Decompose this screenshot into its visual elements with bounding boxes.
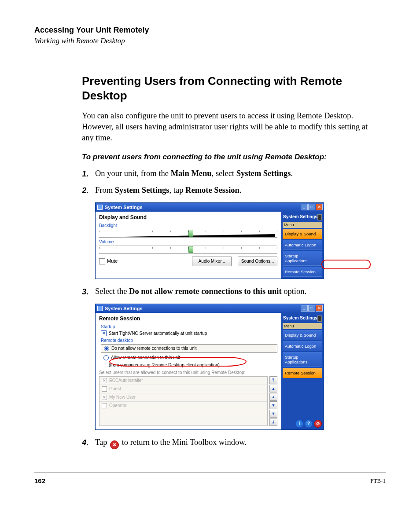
panel-title: Display and Sound xyxy=(99,214,277,220)
step-2-text-d: Remote Session xyxy=(185,186,239,194)
step-3-text-b: Do not allow remote connections to this … xyxy=(129,287,282,296)
screenshot-display-sound: System Settings _ □ ✕ Display and Sound … xyxy=(95,202,371,279)
step-1-text-d: System Settings xyxy=(236,169,291,178)
radio-allow-hint: (from computer using Remote Desktop clie… xyxy=(109,363,277,367)
user-name: Operator xyxy=(109,403,126,408)
move-top-button[interactable]: ⤒ xyxy=(269,376,277,384)
step-2-text-b: System Settings xyxy=(115,186,169,194)
step-3: 3. Select the Do not allow remote connec… xyxy=(82,286,371,297)
sidebar-item-startup-applications[interactable]: Startup Applications xyxy=(283,251,322,266)
backlight-slider[interactable] xyxy=(99,229,277,238)
step-1: 1. On your unit, from the Main Menu, sel… xyxy=(82,168,371,180)
step-2-text-a: From xyxy=(95,186,115,194)
step-1-text-a: On your unit, from the xyxy=(95,169,171,178)
section-title: Preventing Users from Connecting with Re… xyxy=(82,74,371,103)
highlight-remote-session xyxy=(321,260,371,269)
move-down2-button[interactable]: ▼ xyxy=(269,410,277,418)
user-name: My New User xyxy=(109,395,136,400)
radio-allow[interactable] xyxy=(103,355,109,360)
step-2-number: 2. xyxy=(82,185,95,196)
user-checkbox[interactable]: ✕ xyxy=(102,378,107,383)
step-4: 4. Tap to return to the Mini Toolbox win… xyxy=(82,437,371,449)
radio-do-not-allow[interactable] xyxy=(104,346,109,351)
sidebar-title: System Settings xyxy=(283,315,322,322)
sidebar-item-remote-session[interactable]: Remote Session xyxy=(283,267,322,277)
battery-icon xyxy=(317,316,322,322)
mute-checkbox[interactable] xyxy=(99,258,105,264)
sidebar-menu-label: Menu xyxy=(283,222,322,228)
users-note: Select users that are allowed to connect… xyxy=(99,370,277,375)
user-checkbox[interactable] xyxy=(102,386,107,392)
step-1-number: 1. xyxy=(82,168,95,180)
step-3-text-a: Select the xyxy=(95,287,129,296)
minimize-button[interactable]: _ xyxy=(301,305,308,312)
sidebar-item-startup-applications[interactable]: Startup Applications xyxy=(283,352,322,367)
close-icon[interactable]: ⊘ xyxy=(314,420,322,428)
instruction-heading: To prevent users from connecting to the … xyxy=(82,152,371,162)
startup-legend: Startup xyxy=(101,324,277,329)
page-header-title: Accessing Your Unit Remotely xyxy=(34,26,149,35)
battery-icon xyxy=(317,214,322,220)
step-4-text-a: Tap xyxy=(95,438,109,447)
audio-mixer-button[interactable]: Audio Mixer... xyxy=(192,257,232,266)
step-3-text-c: option. xyxy=(282,287,307,296)
volume-slider[interactable] xyxy=(99,245,277,254)
close-button[interactable]: ✕ xyxy=(316,204,323,210)
radio-do-not-allow-label: Do not allow remote connections to this … xyxy=(111,346,196,351)
screenshot-remote-session: System Settings _ □ ✕ Remote Session Sta… xyxy=(95,304,371,430)
footer-divider xyxy=(34,473,386,473)
step-1-text-b: Main Menu xyxy=(171,169,212,178)
user-name: ECCAutoInstaller xyxy=(109,378,143,383)
window-titlebar[interactable]: System Settings _ □ ✕ xyxy=(96,304,324,313)
volume-label: Volume xyxy=(99,239,277,244)
user-list-box: ✕ECCAutoInstaller Guest ✕My New User Ope… xyxy=(99,376,268,426)
svg-marker-0 xyxy=(99,234,275,237)
info-icon[interactable]: i xyxy=(295,420,303,428)
help-icon[interactable]: ? xyxy=(305,420,313,428)
sidebar-menu-label: Menu xyxy=(283,323,322,329)
sidebar-item-remote-session[interactable]: Remote Session xyxy=(283,368,322,378)
document-reference: FTB-1 xyxy=(370,477,386,484)
user-name: Guest xyxy=(109,386,121,391)
sidebar-item-automatic-logon[interactable]: Automatic Logon xyxy=(283,240,322,250)
window-icon xyxy=(97,306,103,311)
move-up2-button[interactable]: ▲ xyxy=(269,393,277,401)
step-2: 2. From System Settings, tap Remote Sess… xyxy=(82,185,371,196)
page-header-subtitle: Working with Remote Desktop xyxy=(34,37,149,45)
slider-thumb[interactable] xyxy=(188,230,193,237)
remote-desktop-legend: Remote desktop xyxy=(101,338,277,343)
step-1-text-e: . xyxy=(291,169,293,178)
step-1-text-c: , select xyxy=(212,169,236,178)
sidebar-item-display-sound[interactable]: Display & Sound xyxy=(283,229,322,239)
user-checkbox[interactable]: ✕ xyxy=(102,395,107,400)
radio-allow-label: Allow remote connection to this unit xyxy=(111,355,180,360)
window-icon xyxy=(97,205,103,210)
startup-checkbox[interactable]: ✕ xyxy=(101,330,107,336)
intro-paragraph: You can also configure the unit to preve… xyxy=(82,110,371,143)
backlight-label: Backlight xyxy=(99,223,277,228)
maximize-button[interactable]: □ xyxy=(308,305,315,312)
move-bottom-button[interactable]: ⤓ xyxy=(269,418,277,426)
sidebar-item-display-sound[interactable]: Display & Sound xyxy=(283,330,322,340)
move-up-button[interactable]: ▲ xyxy=(269,385,277,393)
user-checkbox[interactable] xyxy=(102,403,107,408)
window-title: System Settings xyxy=(105,205,143,210)
startup-checkbox-label: Start TightVNC Server automatically at u… xyxy=(109,331,207,336)
step-4-text-b: to return to the Mini Toolbox window. xyxy=(122,438,247,447)
step-2-text-e: . xyxy=(239,186,242,194)
step-2-text-c: , tap xyxy=(169,186,185,194)
step-3-number: 3. xyxy=(82,286,95,297)
sidebar-item-automatic-logon[interactable]: Automatic Logon xyxy=(283,341,322,351)
sound-options-button[interactable]: Sound Options... xyxy=(238,257,277,266)
minimize-button[interactable]: _ xyxy=(301,204,308,210)
maximize-button[interactable]: □ xyxy=(308,204,315,210)
window-title: System Settings xyxy=(105,306,143,311)
window-titlebar[interactable]: System Settings _ □ ✕ xyxy=(96,203,324,212)
sidebar-title: System Settings xyxy=(283,213,322,221)
page-number: 162 xyxy=(34,477,45,484)
step-4-number: 4. xyxy=(82,437,95,449)
close-icon xyxy=(110,440,119,449)
move-down-button[interactable]: ▼ xyxy=(269,401,277,409)
close-button[interactable]: ✕ xyxy=(316,305,323,312)
slider-thumb[interactable] xyxy=(188,246,193,253)
